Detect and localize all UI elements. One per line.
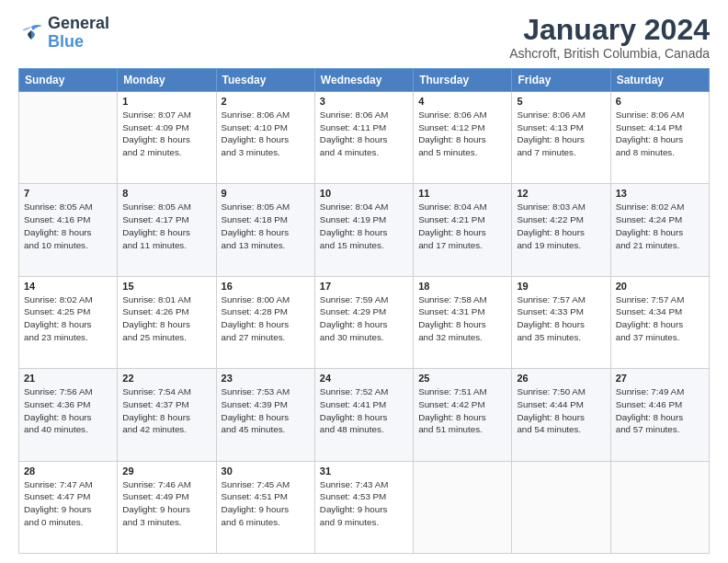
weekday-header-wednesday: Wednesday <box>314 69 413 92</box>
title-block: January 2024 Ashcroft, British Columbia,… <box>509 15 710 61</box>
calendar-table: SundayMondayTuesdayWednesdayThursdayFrid… <box>18 68 710 554</box>
day-number: 8 <box>122 188 210 199</box>
logo-line2: Blue <box>48 33 109 52</box>
day-info: Sunrise: 8:03 AMSunset: 4:22 PMDaylight:… <box>517 201 605 251</box>
day-info: Sunrise: 7:49 AMSunset: 4:46 PMDaylight:… <box>616 385 704 436</box>
calendar-week-row: 7Sunrise: 8:05 AMSunset: 4:16 PMDaylight… <box>19 184 710 276</box>
day-info: Sunrise: 7:56 AMSunset: 4:36 PMDaylight:… <box>24 385 112 436</box>
calendar-cell: 25Sunrise: 7:51 AMSunset: 4:42 PMDayligh… <box>414 369 512 461</box>
calendar-cell: 15Sunrise: 8:01 AMSunset: 4:26 PMDayligh… <box>118 276 216 368</box>
logo: General Blue <box>18 15 109 52</box>
day-number: 22 <box>122 373 210 384</box>
calendar-cell: 30Sunrise: 7:45 AMSunset: 4:51 PMDayligh… <box>216 461 314 553</box>
day-info: Sunrise: 7:51 AMSunset: 4:42 PMDaylight:… <box>418 385 506 436</box>
calendar-cell <box>610 461 709 553</box>
day-info: Sunrise: 8:04 AMSunset: 4:19 PMDaylight:… <box>320 201 408 251</box>
day-number: 23 <box>222 373 310 384</box>
day-info: Sunrise: 7:53 AMSunset: 4:39 PMDaylight:… <box>222 385 310 436</box>
day-number: 14 <box>24 281 112 292</box>
day-info: Sunrise: 8:00 AMSunset: 4:28 PMDaylight:… <box>222 293 310 344</box>
location: Ashcroft, British Columbia, Canada <box>509 46 710 61</box>
day-number: 20 <box>616 281 704 292</box>
weekday-header-monday: Monday <box>118 69 216 92</box>
day-number: 5 <box>517 96 605 107</box>
day-info: Sunrise: 7:50 AMSunset: 4:44 PMDaylight:… <box>517 385 605 436</box>
calendar-cell: 4Sunrise: 8:06 AMSunset: 4:12 PMDaylight… <box>414 92 512 184</box>
calendar-cell: 5Sunrise: 8:06 AMSunset: 4:13 PMDaylight… <box>512 92 610 184</box>
day-number: 15 <box>122 281 210 292</box>
day-number: 10 <box>320 188 408 199</box>
day-number: 24 <box>320 373 408 384</box>
day-number: 2 <box>222 96 310 107</box>
day-number: 19 <box>517 281 605 292</box>
day-info: Sunrise: 8:05 AMSunset: 4:18 PMDaylight:… <box>222 201 310 251</box>
day-number: 4 <box>418 96 506 107</box>
calendar-cell: 21Sunrise: 7:56 AMSunset: 4:36 PMDayligh… <box>19 369 118 461</box>
calendar-cell: 8Sunrise: 8:05 AMSunset: 4:17 PMDaylight… <box>118 184 216 276</box>
weekday-header-saturday: Saturday <box>610 69 709 92</box>
day-info: Sunrise: 8:06 AMSunset: 4:12 PMDaylight:… <box>418 109 506 159</box>
day-info: Sunrise: 8:06 AMSunset: 4:10 PMDaylight:… <box>222 109 310 159</box>
day-number: 16 <box>222 281 310 292</box>
day-number: 26 <box>517 373 605 384</box>
calendar-cell: 10Sunrise: 8:04 AMSunset: 4:19 PMDayligh… <box>314 184 413 276</box>
calendar-cell: 2Sunrise: 8:06 AMSunset: 4:10 PMDaylight… <box>216 92 314 184</box>
weekday-header-row: SundayMondayTuesdayWednesdayThursdayFrid… <box>19 69 710 92</box>
day-info: Sunrise: 7:59 AMSunset: 4:29 PMDaylight:… <box>320 293 408 344</box>
day-info: Sunrise: 7:52 AMSunset: 4:41 PMDaylight:… <box>320 385 408 436</box>
day-info: Sunrise: 7:43 AMSunset: 4:53 PMDaylight:… <box>320 478 408 529</box>
calendar-cell: 20Sunrise: 7:57 AMSunset: 4:34 PMDayligh… <box>610 276 709 368</box>
calendar-week-row: 1Sunrise: 8:07 AMSunset: 4:09 PMDaylight… <box>19 92 710 184</box>
day-info: Sunrise: 7:54 AMSunset: 4:37 PMDaylight:… <box>122 385 210 436</box>
weekday-header-thursday: Thursday <box>414 69 512 92</box>
calendar-cell: 23Sunrise: 7:53 AMSunset: 4:39 PMDayligh… <box>216 369 314 461</box>
calendar-cell <box>414 461 512 553</box>
day-number: 30 <box>222 465 310 477</box>
calendar-cell: 17Sunrise: 7:59 AMSunset: 4:29 PMDayligh… <box>314 276 413 368</box>
day-info: Sunrise: 8:05 AMSunset: 4:16 PMDaylight:… <box>24 201 112 251</box>
day-number: 18 <box>418 281 506 292</box>
day-info: Sunrise: 8:06 AMSunset: 4:14 PMDaylight:… <box>616 109 704 159</box>
day-number: 1 <box>122 96 210 107</box>
calendar-cell: 29Sunrise: 7:46 AMSunset: 4:49 PMDayligh… <box>118 461 216 553</box>
calendar-cell: 12Sunrise: 8:03 AMSunset: 4:22 PMDayligh… <box>512 184 610 276</box>
calendar-cell: 11Sunrise: 8:04 AMSunset: 4:21 PMDayligh… <box>414 184 512 276</box>
day-number: 17 <box>320 281 408 292</box>
day-number: 31 <box>320 465 408 477</box>
day-info: Sunrise: 8:06 AMSunset: 4:13 PMDaylight:… <box>517 109 605 159</box>
day-info: Sunrise: 8:02 AMSunset: 4:25 PMDaylight:… <box>24 293 112 344</box>
day-info: Sunrise: 8:04 AMSunset: 4:21 PMDaylight:… <box>418 201 506 251</box>
calendar-week-row: 14Sunrise: 8:02 AMSunset: 4:25 PMDayligh… <box>19 276 710 368</box>
calendar-cell: 22Sunrise: 7:54 AMSunset: 4:37 PMDayligh… <box>118 369 216 461</box>
day-info: Sunrise: 7:57 AMSunset: 4:33 PMDaylight:… <box>517 293 605 344</box>
calendar-page: General Blue January 2024 Ashcroft, Brit… <box>0 0 728 563</box>
day-number: 25 <box>418 373 506 384</box>
day-number: 13 <box>616 188 704 199</box>
calendar-cell: 24Sunrise: 7:52 AMSunset: 4:41 PMDayligh… <box>314 369 413 461</box>
day-number: 11 <box>418 188 506 199</box>
weekday-header-sunday: Sunday <box>19 69 118 92</box>
calendar-cell: 18Sunrise: 7:58 AMSunset: 4:31 PMDayligh… <box>414 276 512 368</box>
calendar-cell: 6Sunrise: 8:06 AMSunset: 4:14 PMDaylight… <box>610 92 709 184</box>
weekday-header-friday: Friday <box>512 69 610 92</box>
day-number: 7 <box>24 188 112 199</box>
logo-line1: General <box>48 15 109 33</box>
calendar-cell: 1Sunrise: 8:07 AMSunset: 4:09 PMDaylight… <box>118 92 216 184</box>
month-title: January 2024 <box>509 15 710 44</box>
day-info: Sunrise: 8:02 AMSunset: 4:24 PMDaylight:… <box>616 201 704 251</box>
day-number: 29 <box>122 465 210 477</box>
calendar-week-row: 21Sunrise: 7:56 AMSunset: 4:36 PMDayligh… <box>19 369 710 461</box>
calendar-cell <box>19 92 118 184</box>
calendar-cell: 13Sunrise: 8:02 AMSunset: 4:24 PMDayligh… <box>610 184 709 276</box>
day-info: Sunrise: 7:58 AMSunset: 4:31 PMDaylight:… <box>418 293 506 344</box>
day-number: 12 <box>517 188 605 199</box>
day-number: 9 <box>222 188 310 199</box>
calendar-cell: 19Sunrise: 7:57 AMSunset: 4:33 PMDayligh… <box>512 276 610 368</box>
day-info: Sunrise: 8:01 AMSunset: 4:26 PMDaylight:… <box>122 293 210 344</box>
day-number: 28 <box>24 465 112 477</box>
day-number: 27 <box>616 373 704 384</box>
calendar-cell: 9Sunrise: 8:05 AMSunset: 4:18 PMDaylight… <box>216 184 314 276</box>
calendar-cell: 7Sunrise: 8:05 AMSunset: 4:16 PMDaylight… <box>19 184 118 276</box>
calendar-week-row: 28Sunrise: 7:47 AMSunset: 4:47 PMDayligh… <box>19 461 710 553</box>
logo-icon <box>18 23 44 43</box>
